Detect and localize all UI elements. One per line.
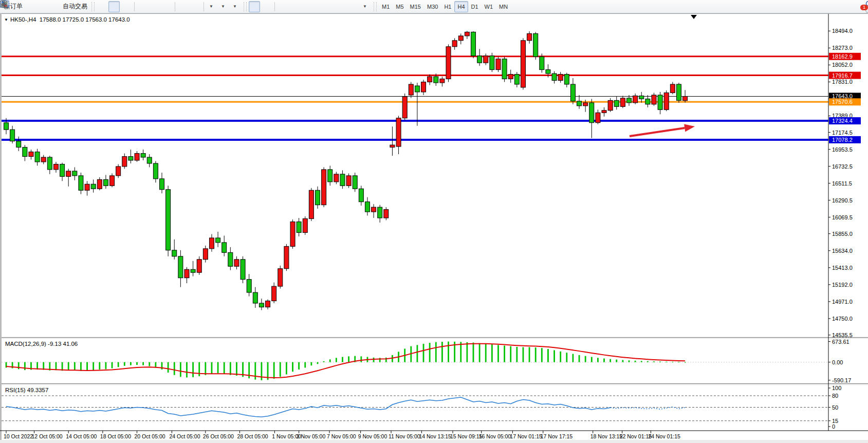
candlestick-button[interactable]: [108, 1, 120, 12]
svg-text:24 Oct 05:00: 24 Oct 05:00: [169, 433, 200, 439]
timeframe-button-D1[interactable]: D1: [468, 1, 482, 12]
svg-text:15413.0: 15413.0: [832, 265, 853, 271]
svg-text:28 Oct 05:00: 28 Oct 05:00: [237, 433, 268, 439]
svg-text:15: 15: [832, 418, 838, 424]
autotrading-button[interactable]: 自动交易: [61, 1, 89, 12]
svg-text:17916.7: 17916.7: [832, 72, 853, 79]
timeframe-button-M1[interactable]: M1: [379, 1, 393, 12]
svg-text:0: 0: [832, 423, 835, 430]
svg-text:16732.5: 16732.5: [832, 163, 853, 170]
svg-text:17324.4: 17324.4: [832, 118, 853, 124]
community-button[interactable]: [49, 1, 60, 12]
timeframe-button-M5[interactable]: M5: [393, 1, 407, 12]
svg-text:17078.2: 17078.2: [832, 137, 853, 143]
svg-text:10 Oct 2022: 10 Oct 2022: [4, 433, 33, 439]
toolbar-grip: [244, 2, 247, 11]
svg-text:16069.5: 16069.5: [832, 214, 853, 220]
chart-shift-button[interactable]: [190, 1, 201, 12]
zoom-out-button[interactable]: [149, 1, 160, 12]
svg-text:15 Nov 09:15: 15 Nov 09:15: [450, 433, 483, 439]
dropdown-arrow-icon: ▼: [209, 4, 213, 9]
svg-text:16953.5: 16953.5: [832, 146, 853, 153]
svg-text:18162.9: 18162.9: [832, 53, 853, 60]
crosshair-button[interactable]: [261, 1, 272, 12]
svg-text:11 Nov 05:00: 11 Nov 05:00: [389, 433, 420, 439]
svg-text:15855.0: 15855.0: [832, 231, 853, 237]
svg-text:17831.0: 17831.0: [832, 79, 853, 85]
svg-text:7 Nov 05:00: 7 Nov 05:00: [327, 433, 356, 439]
fibonacci-button[interactable]: F: [325, 1, 336, 12]
one-click-trading-arrow-icon[interactable]: ▼: [4, 17, 8, 22]
svg-text:673.61: 673.61: [832, 339, 849, 345]
svg-text:14535.5: 14535.5: [832, 332, 853, 338]
text-button[interactable]: A: [337, 1, 348, 12]
svg-text:15634.0: 15634.0: [832, 248, 853, 254]
autotrading-label: 自动交易: [63, 2, 87, 11]
svg-text:26 Oct 05:00: 26 Oct 05:00: [203, 433, 234, 439]
svg-text:100: 100: [832, 385, 841, 391]
auto-scroll-button[interactable]: [178, 1, 189, 12]
metaeditor-button[interactable]: [37, 1, 48, 12]
macd-label: MACD(12,26,9) -9.13 41.06: [5, 341, 78, 347]
timeframe-button-H1[interactable]: H1: [441, 1, 454, 12]
dropdown-arrow-icon: ▼: [221, 4, 225, 9]
svg-text:16 Nov 05:00: 16 Nov 05:00: [479, 433, 511, 439]
svg-text:17 Nov 17:15: 17 Nov 17:15: [541, 433, 573, 439]
timeframe-button-H4[interactable]: H4: [454, 1, 468, 12]
channel-button[interactable]: E: [313, 1, 324, 12]
text-label-button[interactable]: T: [348, 1, 360, 12]
toolbar-grip: [91, 2, 95, 11]
mt4-application: 新订单 自动交易: [0, 0, 868, 443]
svg-text:18273.0: 18273.0: [832, 45, 853, 51]
svg-text:80: 80: [832, 393, 838, 399]
svg-text:14 Nov 13:15: 14 Nov 13:15: [419, 433, 451, 439]
svg-text:24 Nov 01:15: 24 Nov 01:15: [648, 433, 680, 439]
indicators-button[interactable]: ▼: [207, 1, 218, 12]
svg-text:0.00: 0.00: [832, 359, 843, 365]
svg-text:16511.5: 16511.5: [832, 180, 852, 187]
tile-windows-button[interactable]: [161, 1, 172, 12]
timeframe-button-M30[interactable]: M30: [424, 1, 441, 12]
dropdown-arrow-icon: ▼: [363, 4, 367, 9]
toolbar-separator: [204, 2, 204, 11]
horizontal-line-button[interactable]: [289, 1, 301, 12]
svg-text:9 Nov 05:00: 9 Nov 05:00: [358, 433, 387, 439]
notification-badge: 1: [860, 5, 868, 10]
zoom-in-button[interactable]: [137, 1, 149, 12]
svg-text:14971.0: 14971.0: [832, 299, 853, 305]
ohlc-values: 17588.0 17725.0 17563.0 17643.0: [40, 16, 130, 23]
chart-title: ▼HK50-,H4 17588.0 17725.0 17563.0 17643.…: [4, 16, 130, 23]
svg-text:-590.17: -590.17: [832, 377, 851, 383]
toolbar-grip: [374, 2, 377, 11]
svg-text:15192.0: 15192.0: [832, 282, 853, 288]
timeframe-group: M1M5M15M30H1H4D1W1MN: [379, 1, 511, 12]
svg-text:12 Oct 05:00: 12 Oct 05:00: [32, 433, 63, 439]
dropdown-arrow-icon: ▼: [233, 4, 237, 9]
svg-text:20 Oct 05:00: 20 Oct 05:00: [135, 433, 165, 439]
vertical-line-button[interactable]: [278, 1, 289, 12]
timeframe-button-M15[interactable]: M15: [407, 1, 424, 12]
svg-text:14 Oct 05:00: 14 Oct 05:00: [66, 433, 97, 439]
svg-text:18 Nov 13:15: 18 Nov 13:15: [590, 433, 623, 439]
chart-canvas[interactable]: 18494.018273.018052.017831.017610.017389…: [0, 13, 868, 443]
svg-text:50: 50: [832, 404, 838, 411]
arrows-button[interactable]: ▼: [360, 1, 372, 12]
trendline-button[interactable]: [301, 1, 312, 12]
svg-text:16290.5: 16290.5: [832, 197, 853, 204]
timeframe-button-W1[interactable]: W1: [482, 1, 496, 12]
symbol-period-label: HK50-,H4: [10, 16, 36, 23]
toolbar-separator: [175, 2, 175, 11]
line-chart-button[interactable]: [120, 1, 132, 12]
toolbar-separator: [274, 2, 275, 11]
cursor-button[interactable]: [249, 1, 260, 12]
timeframe-button-MN[interactable]: MN: [496, 1, 511, 12]
svg-text:17 Nov 01:15: 17 Nov 01:15: [510, 433, 542, 439]
svg-text:17174.5: 17174.5: [832, 130, 853, 136]
bar-chart-button[interactable]: [97, 1, 108, 12]
templates-button[interactable]: ▼: [230, 1, 242, 12]
periods-button[interactable]: ▼: [218, 1, 230, 12]
svg-text:18052.0: 18052.0: [832, 62, 853, 68]
styler-button[interactable]: [25, 1, 36, 12]
arrows-icon: [0, 0, 8, 8]
main-toolbar: 新订单 自动交易: [0, 0, 868, 13]
